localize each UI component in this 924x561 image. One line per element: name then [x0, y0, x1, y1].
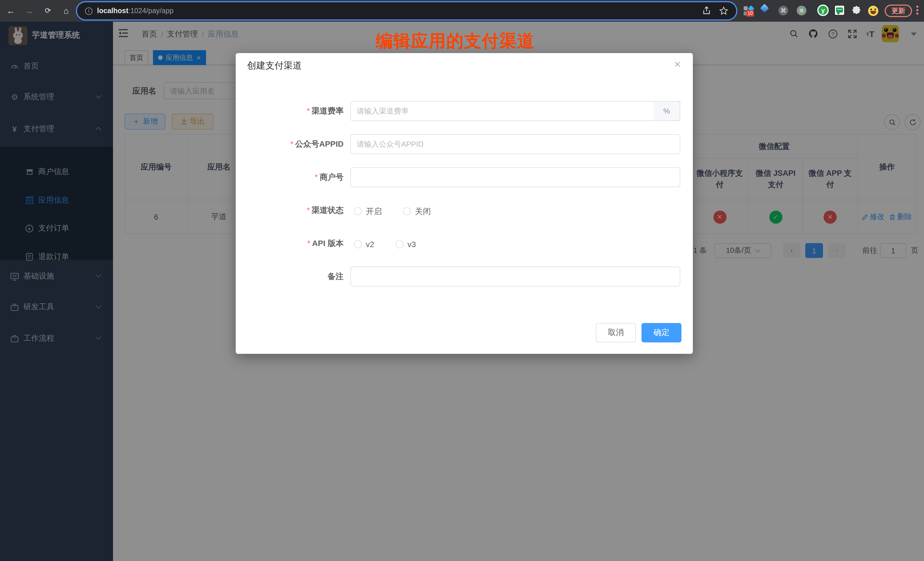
form-row-mch: *商户号 — [236, 167, 693, 187]
screen: ← → ⟳ ⌂ i localhost:1024/pay/app 10 ⌘ — [0, 0, 924, 561]
radio-label: 关闭 — [415, 207, 431, 216]
create-channel-dialog: 创建支付渠道 ✕ *渠道费率 % *公众号APPID *商户号 — [236, 53, 693, 354]
rate-label: 渠道费率 — [312, 106, 344, 115]
browser-forward-icon[interactable]: → — [24, 6, 34, 16]
form-row-api: *API 版本 v2 v3 — [236, 233, 693, 254]
rate-suffix: % — [654, 101, 680, 121]
extension-command-icon[interactable]: ⌘ — [778, 6, 788, 15]
status-label: 渠道状态 — [312, 206, 344, 214]
browser-menu-icon[interactable]: ••• — [916, 5, 918, 16]
mch-label: 商户号 — [320, 172, 344, 182]
remark-input[interactable] — [350, 267, 680, 286]
extensions-puzzle-icon[interactable] — [852, 6, 861, 15]
extension-dot-icon[interactable] — [797, 6, 806, 15]
browser-reload-icon[interactable]: ⟳ — [43, 6, 53, 16]
form-row-remark: 备注 — [236, 267, 693, 286]
radio-label: 开启 — [366, 207, 382, 216]
extension-badge: 10 — [747, 10, 754, 16]
remark-label: 备注 — [328, 272, 344, 281]
status-radio-close[interactable]: 关闭 — [403, 206, 431, 217]
appid-input[interactable] — [350, 134, 680, 154]
browser-toolbar: ← → ⟳ ⌂ i localhost:1024/pay/app 10 ⌘ — [0, 0, 924, 22]
page-info-icon[interactable]: i — [85, 7, 93, 15]
api-label: API 版本 — [312, 238, 344, 248]
dialog-title: 创建支付渠道 — [247, 60, 302, 72]
extension-chat-icon[interactable] — [835, 6, 844, 15]
extension-tiles-icon[interactable]: 10 — [744, 6, 754, 16]
share-icon[interactable] — [702, 6, 711, 15]
address-bar[interactable]: i localhost:1024/pay/app — [77, 2, 736, 20]
bookmark-star-icon[interactable] — [719, 6, 728, 15]
extension-y-icon[interactable]: y — [817, 4, 829, 16]
url-path: :1024/pay/app — [128, 7, 174, 15]
confirm-button[interactable]: 确定 — [642, 323, 681, 342]
profile-emoji-avatar[interactable] — [868, 6, 878, 16]
radio-icon — [396, 240, 404, 248]
radio-label: v3 — [408, 240, 416, 249]
form-row-appid: *公众号APPID — [236, 134, 693, 154]
status-radio-open[interactable]: 开启 — [354, 206, 382, 217]
mch-input[interactable] — [350, 167, 680, 187]
url-host: localhost — [97, 7, 128, 15]
form-row-rate: *渠道费率 % — [236, 101, 693, 121]
browser-update-button[interactable]: 更新 — [885, 4, 912, 17]
form-row-status: *渠道状态 开启 关闭 — [236, 200, 693, 220]
api-radio-v2[interactable]: v2 — [354, 239, 374, 249]
browser-home-icon[interactable]: ⌂ — [61, 6, 71, 16]
api-radio-v3[interactable]: v3 — [396, 239, 416, 249]
extension-gem-icon[interactable] — [761, 5, 769, 14]
browser-back-icon[interactable]: ← — [6, 6, 16, 16]
appid-label: 公众号APPID — [295, 139, 344, 148]
radio-label: v2 — [366, 240, 374, 249]
radio-icon — [354, 240, 362, 248]
radio-icon — [403, 207, 411, 215]
rate-input[interactable] — [350, 101, 680, 121]
dialog-close-icon[interactable]: ✕ — [672, 59, 683, 70]
radio-icon — [354, 207, 362, 215]
cancel-button[interactable]: 取消 — [596, 323, 636, 342]
app-window: 芋道管理系统 首页 ⚙ 系统管理 ¥ 支付管理 — [0, 22, 924, 561]
annotation-text: 编辑应用的支付渠道 — [375, 30, 535, 53]
